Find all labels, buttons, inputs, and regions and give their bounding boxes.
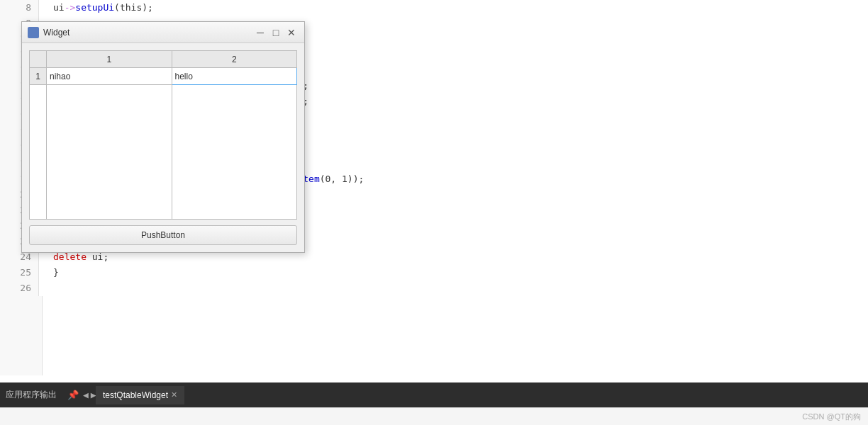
- table-col-1-header: 1: [47, 51, 172, 68]
- tab-close-icon[interactable]: ✕: [171, 390, 177, 400]
- line-num-8: 8: [0, 0, 39, 16]
- table-row-1: 1: [30, 68, 297, 85]
- svg-rect-0: [30, 29, 37, 36]
- output-bar: 应用程序输出 📌 ◀ ▶ ■ ▶ + − testQtableWidget ✕: [0, 382, 868, 407]
- qt-titlebar[interactable]: Widget ─ □ ✕: [22, 22, 304, 43]
- code-line-8: 8 ui->setupUi(this);: [0, 0, 868, 16]
- table-cell-0-1[interactable]: [172, 68, 297, 85]
- qt-minimize-button[interactable]: ─: [253, 26, 267, 40]
- watermark: CSDN @QT的狗: [802, 412, 861, 422]
- code-line-26: 26: [0, 280, 868, 296]
- table-empty-cell-2: [172, 85, 297, 220]
- qt-window-content: 1 2 1: [22, 43, 304, 252]
- table-corner: [30, 51, 47, 68]
- table-cell-0-1-input[interactable]: [175, 72, 294, 81]
- table-empty-cell-1: [47, 85, 172, 220]
- line-num-26: 26: [0, 280, 39, 296]
- output-tab-active[interactable]: testQtableWidget ✕: [96, 386, 184, 404]
- pin-icon[interactable]: 📌: [65, 389, 81, 402]
- qt-table-widget[interactable]: 1 2 1: [29, 50, 297, 220]
- line-code-25: }: [39, 265, 868, 280]
- tab-label: testQtableWidget: [103, 390, 168, 400]
- qt-widget-window: Widget ─ □ ✕ 1 2 1: [21, 21, 305, 253]
- table-cell-0-0-input[interactable]: [50, 72, 169, 81]
- output-label: 应用程序输出: [6, 389, 57, 401]
- line-code-26: [39, 280, 868, 296]
- output-tabs: testQtableWidget ✕: [96, 382, 184, 407]
- table-empty-row-header: [30, 85, 47, 220]
- qt-maximize-button[interactable]: □: [269, 26, 283, 40]
- push-button[interactable]: PushButton: [29, 225, 297, 245]
- status-bar: CSDN @QT的狗: [0, 407, 868, 425]
- table-col-2-header: 2: [172, 51, 297, 68]
- table-cell-0-0[interactable]: [47, 68, 172, 85]
- code-line-25: 25}: [0, 265, 868, 280]
- qt-close-button[interactable]: ✕: [284, 26, 299, 40]
- qt-window-title: Widget: [43, 28, 253, 38]
- line-code-8: ui->setupUi(this);: [39, 0, 868, 16]
- line-num-25: 25: [0, 265, 39, 280]
- table-empty-rows: [30, 85, 297, 220]
- prev-icon[interactable]: ◀: [83, 390, 89, 401]
- qt-window-controls: ─ □ ✕: [253, 26, 299, 40]
- table-row-1-header: 1: [30, 68, 47, 85]
- qt-window-icon: [28, 27, 39, 38]
